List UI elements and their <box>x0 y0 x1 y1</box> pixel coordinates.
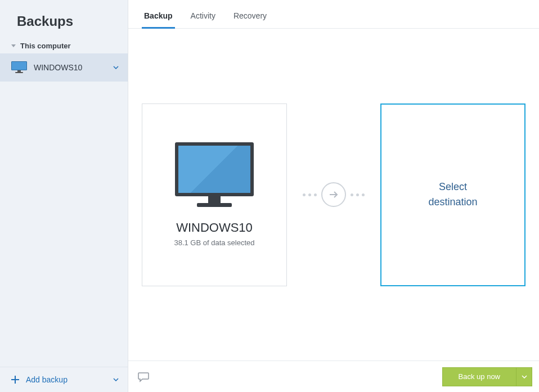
dest-line1: Select <box>439 181 467 192</box>
sidebar-item-label: WINDOWS10 <box>34 63 106 72</box>
chevron-down-icon[interactable] <box>113 377 119 382</box>
dots-icon <box>303 193 317 196</box>
chevron-down-icon[interactable] <box>113 65 119 70</box>
add-backup-button[interactable]: Add backup <box>0 367 128 392</box>
dest-line2: destination <box>428 196 477 208</box>
add-backup-label: Add backup <box>26 375 106 384</box>
source-title: WINDOWS10 <box>176 220 253 235</box>
bottom-bar: Back up now <box>128 361 539 392</box>
backup-now-dropdown[interactable] <box>516 367 532 386</box>
sidebar-item-windows10[interactable]: WINDOWS10 <box>0 53 128 82</box>
arrow-separator <box>303 182 365 207</box>
caret-down-icon <box>11 44 16 47</box>
destination-card[interactable]: Select destination <box>380 103 525 286</box>
plus-icon <box>11 376 19 384</box>
sidebar: Backups This computer WINDOWS10 Add back… <box>0 0 128 392</box>
backup-now-button[interactable]: Back up now <box>442 367 532 386</box>
tab-recovery[interactable]: Recovery <box>231 11 269 28</box>
destination-text: Select destination <box>428 179 477 210</box>
backup-now-label: Back up now <box>442 367 516 386</box>
feedback-icon[interactable] <box>137 371 150 382</box>
sidebar-title: Backups <box>0 0 128 38</box>
content: WINDOWS10 38.1 GB of data selected Selec… <box>128 29 539 361</box>
monitor-icon <box>175 142 254 207</box>
source-card[interactable]: WINDOWS10 38.1 GB of data selected <box>142 103 287 286</box>
sidebar-section-label: This computer <box>20 42 71 50</box>
sidebar-section-this-computer[interactable]: This computer <box>0 38 128 53</box>
monitor-icon <box>11 61 27 74</box>
tab-activity[interactable]: Activity <box>188 11 218 28</box>
tabs: Backup Activity Recovery <box>128 0 539 29</box>
arrow-right-icon <box>321 182 346 207</box>
main: Backup Activity Recovery WINDOWS10 38.1 … <box>128 0 539 392</box>
dots-icon <box>351 193 365 196</box>
tab-backup[interactable]: Backup <box>142 11 175 28</box>
source-subtitle: 38.1 GB of data selected <box>174 238 254 247</box>
